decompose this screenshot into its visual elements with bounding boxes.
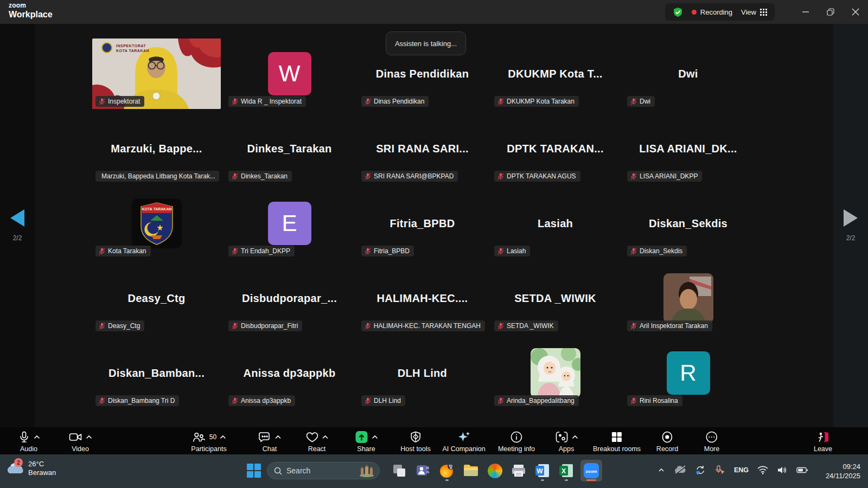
participant-name-tag: Anissa dp3appkb	[228, 395, 295, 406]
participant-tile[interactable]: Arinda_Bappedalitbang	[491, 338, 620, 408]
teams-app-icon	[416, 463, 431, 478]
toolbar-meeting-info-button[interactable]: Meeting info	[498, 430, 535, 453]
taskbar-app-firefox[interactable]	[436, 460, 458, 481]
toolbar-ai-companion-button[interactable]: AI Companion	[442, 430, 485, 453]
participant-name-tag: Disbudporapar_Fitri	[228, 320, 302, 331]
letter-avatar: R	[667, 351, 710, 395]
participant-tile[interactable]: Anissa dp3appkbAnissa dp3appkb	[225, 338, 354, 408]
participant-name-text: Lasiah	[507, 247, 526, 255]
taskbar-app-teams[interactable]	[412, 460, 434, 481]
participant-tile[interactable]: RRini Rosalina	[624, 338, 752, 408]
toolbar-chevron[interactable]	[86, 435, 92, 439]
participant-name-text: Diskan_Bambang Tri D	[108, 397, 175, 404]
minimize-button[interactable]	[793, 0, 818, 24]
participant-tile[interactable]: SETDA _WIWIKSETDA _WIWIK	[491, 263, 620, 333]
language-indicator[interactable]: ENG	[734, 466, 749, 474]
toolbar-video-button[interactable]: Video	[69, 430, 92, 453]
view-button[interactable]: View	[741, 8, 767, 16]
participant-tile[interactable]: Diskan_Bamban...Diskan_Bambang Tri D	[92, 338, 221, 408]
security-shield-icon[interactable]	[673, 7, 683, 17]
participant-tile[interactable]: Deasy_CtgDeasy_Ctg	[92, 263, 221, 333]
logo-text: KOTA TARAKAN	[142, 207, 171, 211]
toolbar-chevron[interactable]	[34, 435, 40, 439]
volume-icon[interactable]	[777, 466, 788, 474]
recording-label: Recording	[700, 8, 732, 16]
taskbar-app-excel[interactable]: X	[556, 460, 577, 481]
participant-tile[interactable]: Disbudporapar_...Disbudporapar_Fitri	[225, 263, 354, 333]
participant-tile[interactable]: Aril Inspektorat Tarakan	[624, 263, 752, 333]
word-app-icon: W	[535, 463, 550, 478]
toolbar-chevron[interactable]	[372, 435, 378, 439]
taskbar-app-desktop[interactable]	[388, 460, 410, 481]
participant-tile[interactable]: Dinkes_TarakanDinkes_Tarakan	[225, 113, 354, 184]
view-label: View	[741, 8, 756, 16]
taskbar-search-box[interactable]: Search	[267, 462, 380, 479]
weather-widget[interactable]: 2 26°C Berawan	[7, 460, 56, 477]
toolbar-react-button[interactable]: React	[305, 430, 328, 453]
participant-tile[interactable]: DwiDwi	[624, 38, 752, 109]
running-indicator	[541, 479, 544, 481]
toolbar-button-label: Breakout rooms	[593, 445, 641, 453]
toolbar-chevron[interactable]	[322, 435, 328, 439]
video-overlay-text: KOTA TARAKAN	[116, 48, 149, 53]
toolbar-share-button[interactable]: Share	[355, 430, 378, 453]
restore-button[interactable]	[818, 0, 843, 24]
toolbar-chevron[interactable]	[275, 435, 281, 439]
recording-indicator[interactable]: Recording	[692, 8, 732, 16]
taskbar-clock[interactable]: 09:24 24/11/2025	[826, 462, 860, 480]
toolbar-leave-button[interactable]: Leave	[814, 430, 832, 453]
toolbar-chat-button[interactable]: Chat	[258, 430, 281, 453]
toolbar-apps-button[interactable]: Apps	[555, 430, 578, 453]
participant-tile[interactable]: KOTA TARAKAN Kota Tarakan	[92, 188, 221, 259]
participant-tile[interactable]: DLH LindDLH Lind	[358, 338, 487, 408]
participant-tile[interactable]: DPTK TARAKAN...DPTK TARAKAN AGUS	[491, 113, 620, 184]
close-button[interactable]	[843, 0, 868, 24]
participant-tile[interactable]: Fitria_BPBDFitria_BPBD	[358, 188, 487, 259]
toolbar-participants-button[interactable]: 50Participants	[191, 430, 226, 453]
participant-tile[interactable]: LISA ARIANI_DK...LISA ARIANI_DKPP	[624, 113, 752, 184]
taskbar-app-zoom[interactable]: zoom	[580, 460, 602, 481]
previous-page-nav[interactable]: 2/2	[0, 209, 35, 242]
toolbar-record-button[interactable]: Record	[656, 430, 678, 453]
chevron-up-icon	[372, 435, 378, 439]
participant-tile[interactable]: LasiahLasiah	[491, 188, 620, 259]
zoom-meeting-window: zoom Workplace Recording View	[0, 0, 868, 488]
start-button[interactable]	[243, 460, 265, 481]
taskbar-app-explorer[interactable]	[460, 460, 482, 481]
participant-display-name: DPTK TARAKAN...	[507, 143, 604, 155]
tray-chevron-up-icon[interactable]	[657, 466, 666, 474]
toolbar-chevron[interactable]	[572, 435, 578, 439]
wifi-icon[interactable]	[757, 466, 768, 474]
toolbar-breakout-rooms-button[interactable]: Breakout rooms	[593, 430, 641, 453]
participant-tile[interactable]: SRI RANA SARI...SRI RANA SARI@BPKPAD	[358, 113, 487, 184]
participant-name-tag: Rini Rosalina	[627, 395, 682, 406]
onedrive-paused-icon[interactable]	[674, 465, 686, 475]
taskbar-app-printer[interactable]	[508, 460, 529, 481]
muted-mic-icon	[497, 323, 504, 330]
participant-tile[interactable]: Diskan_SekdisDiskan_Sekdis	[624, 188, 752, 259]
toolbar-audio-button[interactable]: Audio	[18, 430, 40, 453]
participant-tile[interactable]: HALIMAH-KEC....HALIMAH-KEC. TARAKAN TENG…	[358, 263, 487, 333]
participant-tile[interactable]: WWida R _ Inspektorat	[225, 38, 354, 109]
next-page-nav[interactable]: 2/2	[833, 209, 868, 242]
toolbar-more-button[interactable]: More	[704, 430, 719, 453]
breakout-icon	[610, 431, 623, 444]
notification-badge: 2	[14, 458, 23, 467]
battery-icon[interactable]	[796, 466, 808, 474]
toolbar-chevron[interactable]	[220, 435, 226, 439]
voice-access-mic-icon[interactable]	[714, 465, 725, 475]
explorer-app-icon	[463, 464, 479, 478]
printer-app-icon	[511, 464, 526, 478]
participant-tile[interactable]: Marzuki, Bappe...Marzuki, Bappeda Litban…	[92, 113, 221, 184]
taskbar-app-copilot[interactable]	[484, 460, 506, 481]
toolbar-host-tools-button[interactable]: Host tools	[400, 430, 431, 453]
taskbar-app-word[interactable]: W	[532, 460, 553, 481]
participant-display-name: Disbudporapar_...	[242, 292, 337, 305]
participant-tile[interactable]: ETri Endah_DKPP	[225, 188, 354, 259]
sync-status-icon[interactable]	[695, 465, 706, 475]
apps-icon	[555, 431, 569, 444]
participant-tile[interactable]: Dinas PendidikanDinas Pendidikan	[358, 38, 487, 109]
muted-mic-icon	[99, 397, 105, 404]
participant-tile[interactable]: INSPEKTORAT KOTA TARAKAN Inspektorat	[92, 38, 221, 109]
participant-tile[interactable]: DKUKMP Kota T...DKUKMP Kota Tarakan	[491, 38, 620, 109]
